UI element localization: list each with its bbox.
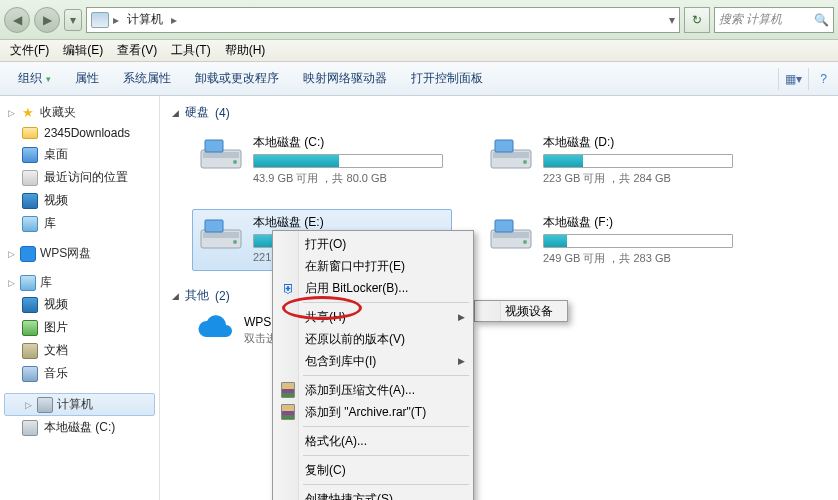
ctx-bitlocker[interactable]: ⛨启用 BitLocker(B)... [275,277,471,299]
ctx-new-window[interactable]: 在新窗口中打开(E) [275,255,471,277]
hdd-icon [487,214,535,254]
nav-back-button[interactable]: ◀ [4,7,30,33]
address-bar: ◀ ▶ ▾ ▸ 计算机 ▸ ▾ ↻ 搜索 计算机 🔍 [0,0,838,40]
sidebar-computer-header[interactable]: ▷ 计算机 [4,393,155,416]
sidebar-favorites-label: 收藏夹 [40,104,76,121]
sidebar-item-lib-music[interactable]: 音乐 [0,362,159,385]
ctx-format[interactable]: 格式化(A)... [275,430,471,452]
search-placeholder: 搜索 计算机 [719,11,782,28]
share-submenu: 视频设备 [474,300,568,322]
drive-item[interactable]: 本地磁盘 (D:)223 GB 可用 ，共 284 GB [482,129,742,191]
sidebar-item-lib-pictures[interactable]: 图片 [0,316,159,339]
sidebar-item-label: 库 [44,215,56,232]
svg-rect-6 [495,140,513,152]
menu-edit[interactable]: 编辑(E) [57,40,109,61]
view-mode-button[interactable]: ▦▾ [778,68,800,90]
menu-help[interactable]: 帮助(H) [219,40,272,61]
wps-icon [20,246,36,262]
search-input[interactable]: 搜索 计算机 🔍 [714,7,834,33]
sidebar-item-drive-c[interactable]: 本地磁盘 (C:) [0,416,159,439]
help-button[interactable]: ? [808,68,830,90]
toolbar-system-properties[interactable]: 系统属性 [113,66,181,91]
drive-name: 本地磁盘 (D:) [543,134,737,151]
ctx-open[interactable]: 打开(O) [275,233,471,255]
sidebar-wps-header[interactable]: ▷ WPS网盘 [0,243,159,264]
menu-tools[interactable]: 工具(T) [165,40,216,61]
shield-icon: ⛨ [279,279,297,297]
recent-icon [22,170,38,186]
star-icon: ★ [20,105,36,121]
sidebar-item-downloads[interactable]: 2345Downloads [0,123,159,143]
ctx-restore[interactable]: 还原以前的版本(V) [275,328,471,350]
drive-usage-bar [253,154,443,168]
sidebar-item-label: 图片 [44,319,68,336]
hdd-icon [22,420,38,436]
breadcrumb-root[interactable]: 计算机 [123,9,167,30]
nav-forward-button[interactable]: ▶ [34,7,60,33]
sidebar-item-label: 本地磁盘 (C:) [44,419,115,436]
ctx-share[interactable]: 共享(H)▶ [275,306,471,328]
sidebar-item-label: 视频 [44,296,68,313]
sidebar-item-lib-documents[interactable]: 文档 [0,339,159,362]
toolbar-map-network[interactable]: 映射网络驱动器 [293,66,397,91]
toolbar-control-panel[interactable]: 打开控制面板 [401,66,493,91]
breadcrumb-separator: ▸ [171,13,177,27]
sidebar-item-label: 视频 [44,192,68,209]
rar-icon [279,403,297,421]
refresh-button[interactable]: ↻ [684,7,710,33]
library-icon [20,275,36,291]
search-icon: 🔍 [814,13,829,27]
rar-icon [279,381,297,399]
section-count: (2) [215,289,230,303]
sidebar-item-lib-video[interactable]: 视频 [0,293,159,316]
documents-icon [22,343,38,359]
sidebar-item-label: 桌面 [44,146,68,163]
video-icon [22,297,38,313]
sidebar-item-library[interactable]: 库 [0,212,159,235]
context-menu: 打开(O) 在新窗口中打开(E) ⛨启用 BitLocker(B)... 共享(… [272,230,474,500]
toolbar-properties[interactable]: 属性 [65,66,109,91]
nav-history-button[interactable]: ▾ [64,9,82,31]
sidebar: ▷ ★ 收藏夹 2345Downloads 桌面 最近访问的位置 视频 库 ▷ … [0,96,160,500]
drive-item[interactable]: 本地磁盘 (F:)249 GB 可用 ，共 283 GB [482,209,742,271]
collapse-icon: ◢ [172,291,179,301]
ctx-add-archive-rar[interactable]: 添加到 "Archive.rar"(T) [275,401,471,423]
music-icon [22,366,38,382]
section-count: (4) [215,106,230,120]
svg-rect-13 [493,232,529,238]
svg-rect-5 [493,152,529,158]
drive-name: 本地磁盘 (F:) [543,214,737,231]
main-content: ◢ 硬盘 (4) 本地磁盘 (C:)43.9 GB 可用 ，共 80.0 GB本… [160,96,838,500]
sidebar-favorites-header[interactable]: ▷ ★ 收藏夹 [0,102,159,123]
menu-file[interactable]: 文件(F) [4,40,55,61]
hdd-icon [487,134,535,174]
sidebar-item-desktop[interactable]: 桌面 [0,143,159,166]
sidebar-item-recent[interactable]: 最近访问的位置 [0,166,159,189]
address-dropdown-icon[interactable]: ▾ [669,13,675,27]
submenu-item-video-device[interactable]: 视频设备 [505,303,553,320]
drive-name: 本地磁盘 (C:) [253,134,447,151]
section-hard-disks[interactable]: ◢ 硬盘 (4) [172,104,826,121]
menu-bar: 文件(F) 编辑(E) 查看(V) 工具(T) 帮助(H) [0,40,838,62]
toolbar-organize[interactable]: 组织 [8,66,61,91]
chevron-right-icon: ▷ [6,249,16,259]
sidebar-item-label: 文档 [44,342,68,359]
library-icon [22,216,38,232]
ctx-include-library[interactable]: 包含到库中(I)▶ [275,350,471,372]
sidebar-item-video[interactable]: 视频 [0,189,159,212]
toolbar-uninstall[interactable]: 卸载或更改程序 [185,66,289,91]
submenu-arrow-icon: ▶ [458,356,465,366]
ctx-copy[interactable]: 复制(C) [275,459,471,481]
refresh-icon: ↻ [692,13,702,27]
folder-icon [22,127,38,139]
chevron-right-icon: ▷ [6,278,16,288]
sidebar-libraries-label: 库 [40,274,52,291]
drive-item[interactable]: 本地磁盘 (C:)43.9 GB 可用 ，共 80.0 GB [192,129,452,191]
sidebar-libraries-header[interactable]: ▷ 库 [0,272,159,293]
ctx-create-shortcut[interactable]: 创建快捷方式(S) [275,488,471,500]
hdd-icon [197,214,245,254]
ctx-add-archive[interactable]: 添加到压缩文件(A)... [275,379,471,401]
menu-view[interactable]: 查看(V) [111,40,163,61]
address-field[interactable]: ▸ 计算机 ▸ ▾ [86,7,680,33]
video-icon [22,193,38,209]
